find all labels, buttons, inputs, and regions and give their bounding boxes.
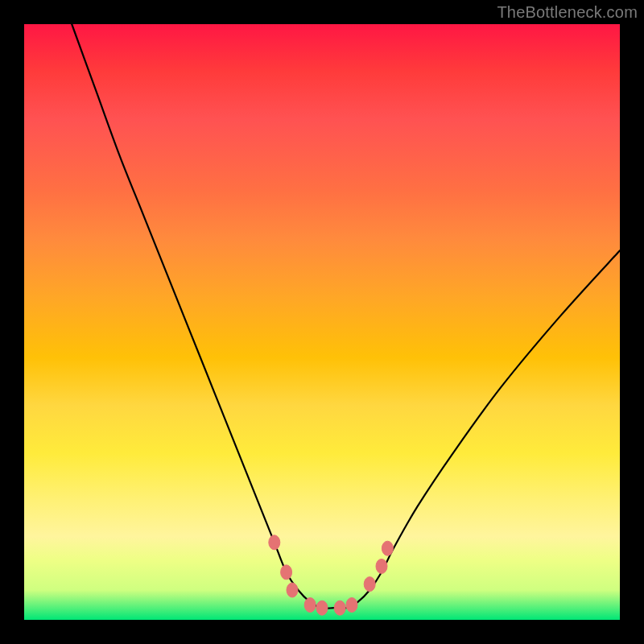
curve-marker-9	[382, 541, 393, 555]
watermark-label: TheBottleneck.com	[497, 3, 638, 22]
curve-marker-4	[316, 601, 328, 615]
curve-marker-2	[287, 583, 298, 597]
curve-marker-0	[269, 535, 280, 550]
curve-marker-7	[364, 577, 375, 592]
plot-area	[24, 24, 620, 620]
bottleneck-curve-path	[72, 24, 620, 609]
curve-marker-3	[304, 598, 316, 613]
curve-marker-6	[346, 598, 357, 613]
curve-marker-1	[281, 565, 292, 580]
curve-marker-5	[334, 601, 345, 615]
chart-frame: TheBottleneck.com	[0, 0, 644, 644]
marker-group	[269, 535, 394, 615]
bottleneck-curve-svg	[24, 24, 620, 620]
curve-marker-8	[376, 559, 387, 573]
